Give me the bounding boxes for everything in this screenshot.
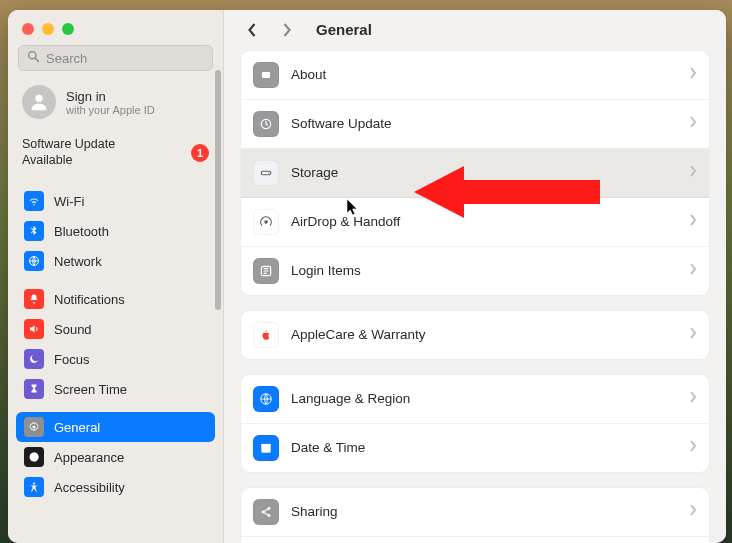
sidebar-item-general[interactable]: General [16, 412, 215, 442]
sidebar-item-label: Bluetooth [54, 224, 109, 239]
settings-group: SharingTime Machine [240, 487, 710, 543]
sidebar-group-network: Wi-FiBluetoothNetwork [16, 186, 215, 276]
sidebar-item-label: General [54, 420, 100, 435]
sidebar-item-bluetooth[interactable]: Bluetooth [16, 216, 215, 246]
svg-point-6 [33, 483, 35, 485]
sharing-icon [253, 499, 279, 525]
settings-row-date-time[interactable]: 7Date & Time [241, 424, 709, 472]
svg-point-4 [33, 426, 36, 429]
sidebar-item-label: Focus [54, 352, 89, 367]
svg-point-11 [264, 220, 268, 224]
svg-point-2 [35, 95, 42, 102]
chevron-right-icon [689, 116, 697, 131]
forward-button[interactable] [276, 20, 296, 40]
settings-group: AboutSoftware UpdateStorageAirDrop & Han… [240, 50, 710, 296]
globe-icon [24, 251, 44, 271]
sidebar-group-system: GeneralAppearanceAccessibility [16, 412, 215, 502]
avatar-icon [22, 85, 56, 119]
speaker-icon [24, 319, 44, 339]
sidebar: Sign in with your Apple ID Software Upda… [8, 10, 224, 543]
svg-text:7: 7 [265, 447, 268, 452]
chevron-right-icon [689, 504, 697, 519]
main-panel: General AboutSoftware UpdateStorageAirDr… [224, 10, 726, 543]
row-label: Sharing [291, 504, 677, 519]
sidebar-item-label: Screen Time [54, 382, 127, 397]
update-icon [253, 111, 279, 137]
close-window-button[interactable] [22, 23, 34, 35]
account-sign-in[interactable]: Sign in with your Apple ID [16, 83, 215, 131]
chevron-right-icon [689, 327, 697, 342]
sidebar-item-screen-time[interactable]: Screen Time [16, 374, 215, 404]
svg-point-10 [268, 172, 269, 173]
search-field[interactable] [18, 45, 213, 71]
toolbar: General [224, 10, 726, 50]
zoom-window-button[interactable] [62, 23, 74, 35]
bluetooth-icon [24, 221, 44, 241]
account-subtitle: with your Apple ID [66, 104, 155, 116]
airdrop-icon [253, 209, 279, 235]
bell-icon [24, 289, 44, 309]
settings-row-sharing[interactable]: Sharing [241, 488, 709, 537]
sidebar-scrollbar-thumb[interactable] [215, 70, 221, 310]
update-badge: 1 [191, 144, 209, 162]
datetime-icon: 7 [253, 435, 279, 461]
account-text: Sign in with your Apple ID [66, 89, 155, 116]
sidebar-item-label: Wi-Fi [54, 194, 84, 209]
row-label: AppleCare & Warranty [291, 327, 677, 342]
sidebar-item-focus[interactable]: Focus [16, 344, 215, 374]
search-icon [27, 50, 40, 66]
chevron-right-icon [689, 391, 697, 406]
account-title: Sign in [66, 89, 155, 104]
settings-row-storage[interactable]: Storage [241, 149, 709, 198]
settings-row-software-update[interactable]: Software Update [241, 100, 709, 149]
sidebar-item-network[interactable]: Network [16, 246, 215, 276]
chevron-right-icon [689, 67, 697, 82]
sidebar-item-label: Appearance [54, 450, 124, 465]
row-label: Language & Region [291, 391, 677, 406]
row-label: Login Items [291, 263, 677, 278]
accessibility-icon [24, 477, 44, 497]
row-label: Storage [291, 165, 677, 180]
row-label: Date & Time [291, 440, 677, 455]
chevron-right-icon [689, 214, 697, 229]
sidebar-item-sound[interactable]: Sound [16, 314, 215, 344]
minimize-window-button[interactable] [42, 23, 54, 35]
back-button[interactable] [242, 20, 262, 40]
settings-row-applecare-warranty[interactable]: AppleCare & Warranty [241, 311, 709, 359]
search-input[interactable] [46, 51, 204, 66]
settings-row-airdrop-handoff[interactable]: AirDrop & Handoff [241, 198, 709, 247]
settings-group: Language & Region7Date & Time [240, 374, 710, 473]
software-update-notice[interactable]: Software Update Available 1 [16, 131, 215, 178]
sidebar-item-label: Notifications [54, 292, 125, 307]
sidebar-item-appearance[interactable]: Appearance [16, 442, 215, 472]
window-controls [16, 20, 215, 45]
sidebar-item-label: Sound [54, 322, 92, 337]
about-icon [253, 62, 279, 88]
svg-rect-15 [261, 444, 270, 446]
chevron-right-icon [689, 440, 697, 455]
wifi-icon [24, 191, 44, 211]
settings-group: AppleCare & Warranty [240, 310, 710, 360]
language-icon [253, 386, 279, 412]
settings-row-time-machine[interactable]: Time Machine [241, 537, 709, 543]
appearance-icon [24, 447, 44, 467]
svg-rect-7 [262, 72, 270, 78]
sidebar-item-label: Accessibility [54, 480, 125, 495]
hourglass-icon [24, 379, 44, 399]
content-area: AboutSoftware UpdateStorageAirDrop & Han… [224, 50, 726, 543]
sidebar-group-alerts: NotificationsSoundFocusScreen Time [16, 284, 215, 404]
login-icon [253, 258, 279, 284]
chevron-right-icon [689, 263, 697, 278]
sidebar-item-accessibility[interactable]: Accessibility [16, 472, 215, 502]
svg-line-1 [35, 58, 38, 61]
settings-row-about[interactable]: About [241, 51, 709, 100]
page-title: General [316, 21, 372, 38]
row-label: Software Update [291, 116, 677, 131]
gear-icon [24, 417, 44, 437]
sidebar-scrollbar[interactable] [215, 70, 221, 533]
settings-row-login-items[interactable]: Login Items [241, 247, 709, 295]
sidebar-item-wi-fi[interactable]: Wi-Fi [16, 186, 215, 216]
sidebar-item-notifications[interactable]: Notifications [16, 284, 215, 314]
sidebar-item-label: Network [54, 254, 102, 269]
settings-row-language-region[interactable]: Language & Region [241, 375, 709, 424]
